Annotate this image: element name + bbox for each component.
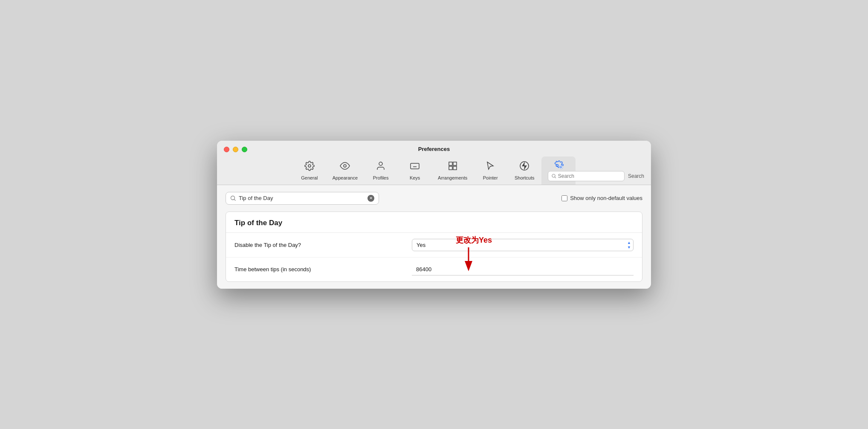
svg-line-13 [555,177,556,178]
preferences-window: Preferences General [217,141,651,289]
lightning-icon [519,161,529,174]
tab-appearance[interactable]: Appearance [327,157,364,185]
settings-panel: Tip of the Day Disable the Tip of the Da… [226,212,642,282]
svg-rect-6 [449,166,452,170]
toolbar-search-icon [552,174,556,179]
toolbar-search-input[interactable] [558,173,621,179]
svg-point-12 [552,174,555,177]
tab-shortcuts[interactable]: Shortcuts [507,157,541,185]
svg-rect-3 [411,163,419,169]
tab-pointer[interactable]: Pointer [473,157,507,185]
toolbar-search-area: Search [548,171,644,181]
titlebar: Preferences General [217,141,651,185]
traffic-lights [224,147,247,152]
svg-point-14 [231,196,235,200]
tab-arrangements[interactable]: Arrangements [432,157,473,185]
filter-clear-button[interactable]: ✕ [367,195,374,202]
gear-icon [304,161,315,174]
tab-general-label: General [301,175,318,180]
person-icon [376,161,386,174]
svg-line-15 [234,199,236,200]
tab-profiles-label: Profiles [373,175,389,180]
svg-point-1 [344,165,346,167]
window-title: Preferences [418,146,450,152]
filter-search-input[interactable] [239,195,365,201]
setting-row-time-between-tips: Time between tips (in seconds) [226,258,642,281]
keyboard-icon [410,161,420,174]
svg-rect-7 [453,166,457,170]
setting-label-time: Time between tips (in seconds) [234,266,412,272]
setting-row-disable-tip: Disable the Tip of the Day? Yes No ▲ ▼ [226,233,642,258]
content-area: ✕ Show only non-default values 更改为Yes [217,185,651,289]
setting-control-time [412,264,634,275]
toolbar-search-label: Search [628,173,644,179]
tab-profiles[interactable]: Profiles [364,157,398,185]
tab-shortcuts-label: Shortcuts [515,175,534,180]
toolbar: General Appearance [224,157,644,185]
tab-keys-label: Keys [410,175,420,180]
minimize-button[interactable] [233,147,238,152]
select-wrapper-disable-tip: Yes No ▲ ▼ [412,239,634,251]
svg-point-2 [379,162,382,165]
show-nondefault-area: Show only non-default values [561,195,642,201]
grid-icon [448,161,458,174]
disable-tip-select[interactable]: Yes No [412,239,634,251]
tab-appearance-label: Appearance [333,175,358,180]
show-nondefault-label: Show only non-default values [570,195,642,201]
show-nondefault-checkbox[interactable] [561,195,567,201]
section-title: Tip of the Day [234,219,634,227]
setting-label-disable-tip: Disable the Tip of the Day? [234,242,412,248]
time-between-tips-input[interactable] [412,264,634,275]
svg-point-0 [308,165,311,167]
setting-control-disable-tip: Yes No ▲ ▼ [412,239,634,251]
filter-search-icon [230,195,236,201]
maximize-button[interactable] [242,147,247,152]
eye-icon [340,161,350,174]
toolbar-search-box[interactable] [548,171,625,181]
close-button[interactable] [224,147,229,152]
settings-panel-wrapper: 更改为Yes Tip of the Day Disable the Ti [226,212,642,282]
filter-search-box[interactable]: ✕ [226,192,379,205]
filter-bar: ✕ Show only non-default values [226,192,642,205]
tab-keys[interactable]: Keys [398,157,432,185]
tab-general[interactable]: General [292,157,327,185]
cursor-icon [485,161,495,174]
tab-pointer-label: Pointer [483,175,498,180]
section-header: Tip of the Day [226,212,642,233]
tab-arrangements-label: Arrangements [438,175,467,180]
svg-rect-5 [453,162,457,165]
svg-rect-4 [449,162,452,165]
